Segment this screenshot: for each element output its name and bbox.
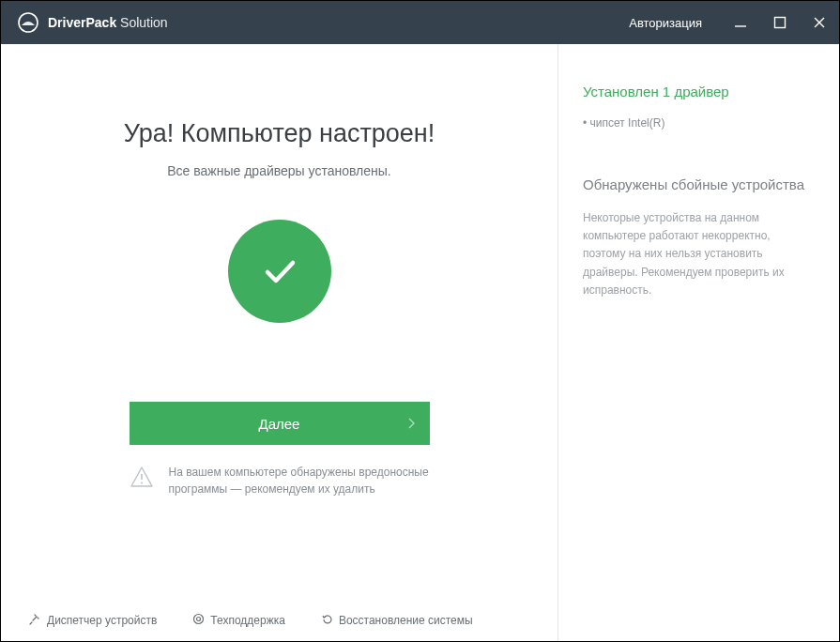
next-button[interactable]: Далее: [130, 402, 430, 445]
failed-devices-title: Обнаружены сбойные устройства: [583, 176, 815, 192]
success-check-icon: [228, 220, 331, 323]
support-label: Техподдержка: [210, 614, 285, 627]
main-panel: Ура! Компьютер настроен! Все важные драй…: [1, 44, 557, 641]
svg-point-8: [197, 618, 201, 621]
svg-point-7: [194, 615, 204, 624]
warning-text: На вашем компьютере обнаружены вредоносн…: [169, 464, 430, 497]
app-logo-icon: [18, 12, 38, 33]
page-subtitle: Все важные драйверы установлены.: [167, 163, 390, 178]
failed-devices-desc: Некоторые устройства на данном компьютер…: [583, 209, 815, 299]
restore-label: Восстановление системы: [339, 614, 473, 627]
titlebar: DriverPack Solution Авторизация: [1, 1, 839, 44]
brand-strong: DriverPack: [48, 15, 116, 30]
maximize-button[interactable]: [760, 1, 800, 44]
plug-icon: [29, 613, 41, 628]
restore-icon: [321, 613, 333, 628]
svg-point-6: [141, 482, 143, 484]
brand-wrap: DriverPack Solution: [18, 12, 610, 33]
next-button-label: Далее: [259, 416, 300, 432]
lifebuoy-icon: [192, 613, 205, 628]
chevron-right-icon: [408, 416, 415, 432]
sidebar: Установлен 1 драйвер • чипсет Intel(R) О…: [557, 44, 839, 641]
brand-text: DriverPack Solution: [48, 15, 168, 30]
installed-driver-item: • чипсет Intel(R): [583, 116, 815, 130]
minimize-button[interactable]: [721, 1, 760, 44]
content-body: Ура! Компьютер настроен! Все важные драй…: [1, 44, 839, 641]
page-title: Ура! Компьютер настроен!: [124, 119, 435, 148]
warning-row: На вашем компьютере обнаружены вредоносн…: [130, 464, 430, 497]
warning-triangle-icon: [130, 466, 154, 492]
app-window: DriverPack Solution Авторизация Ура! Ком…: [0, 0, 840, 642]
restore-link[interactable]: Восстановление системы: [321, 613, 473, 628]
support-link[interactable]: Техподдержка: [192, 613, 285, 628]
auth-link[interactable]: Авторизация: [610, 16, 721, 30]
svg-rect-2: [775, 18, 786, 28]
installed-drivers-title: Установлен 1 драйвер: [583, 84, 815, 99]
footer-links: Диспетчер устройств Техподдержка Восстан…: [29, 613, 529, 628]
device-manager-link[interactable]: Диспетчер устройств: [29, 613, 157, 628]
close-button[interactable]: [800, 1, 839, 44]
brand-light: Solution: [116, 15, 167, 30]
device-manager-label: Диспетчер устройств: [47, 614, 157, 627]
